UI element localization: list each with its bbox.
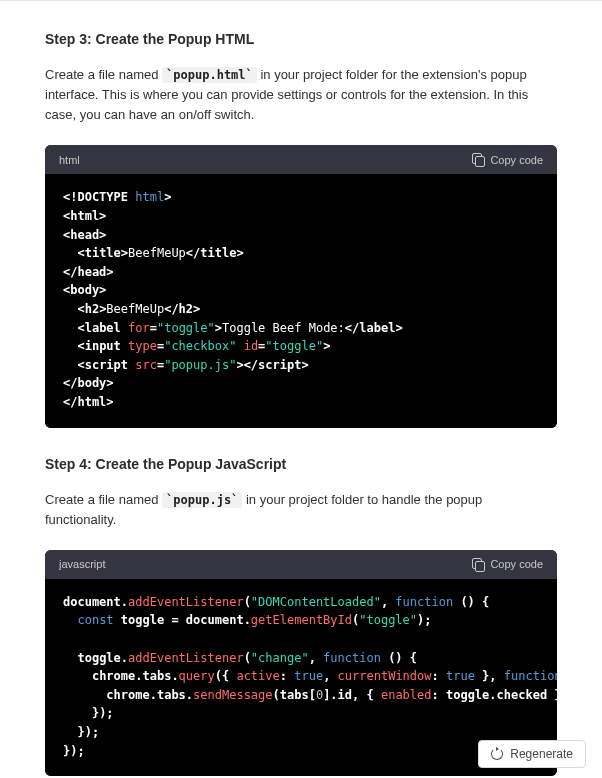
- copy-label: Copy code: [490, 558, 543, 570]
- article-body: Step 3: Create the Popup HTML Create a f…: [0, 0, 602, 778]
- code-lang-label: html: [59, 154, 80, 166]
- step3-description: Create a file named `popup.html` in your…: [45, 65, 557, 125]
- code-header: html Copy code: [45, 145, 557, 174]
- code-body-html: <!DOCTYPE html> <html> <head> <title>Bee…: [45, 174, 557, 427]
- text: Create a file named: [45, 492, 162, 507]
- copy-icon: [472, 153, 484, 166]
- regenerate-button[interactable]: Regenerate: [478, 740, 586, 768]
- regenerate-icon: [491, 748, 503, 760]
- copy-label: Copy code: [490, 154, 543, 166]
- copy-code-button[interactable]: Copy code: [472, 153, 543, 166]
- copy-code-button[interactable]: Copy code: [472, 558, 543, 571]
- code-block-html: html Copy code <!DOCTYPE html> <html> <h…: [45, 145, 557, 427]
- regenerate-label: Regenerate: [510, 747, 573, 761]
- step3-heading: Step 3: Create the Popup HTML: [45, 31, 557, 47]
- text: Create a file named: [45, 67, 162, 82]
- inline-code-popup-js: `popup.js`: [162, 492, 242, 508]
- step4-description: Create a file named `popup.js` in your p…: [45, 490, 557, 530]
- code-lang-label: javascript: [59, 558, 105, 570]
- copy-icon: [472, 558, 484, 571]
- step4-heading: Step 4: Create the Popup JavaScript: [45, 456, 557, 472]
- inline-code-popup-html: `popup.html`: [162, 67, 257, 83]
- code-header: javascript Copy code: [45, 550, 557, 579]
